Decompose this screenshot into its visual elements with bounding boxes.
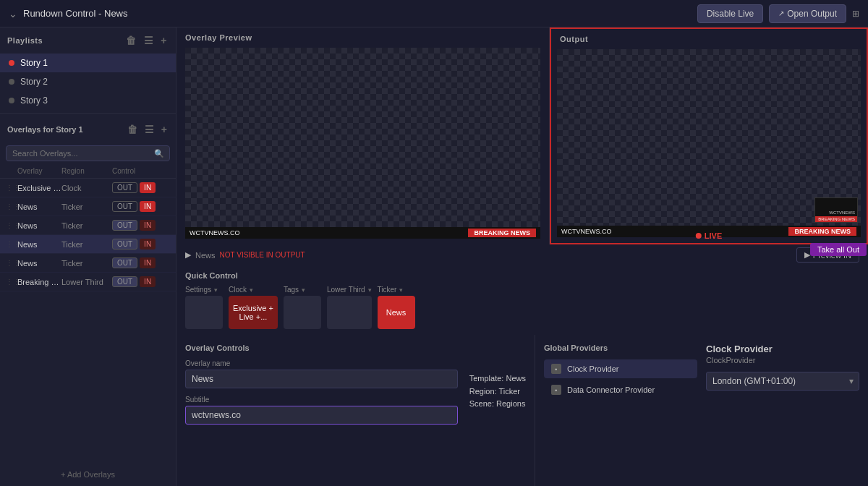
qc-label-row: Lower Third ▾ (327, 286, 372, 294)
quick-control-title: Quick Control (185, 271, 859, 280)
in-button[interactable]: IN (140, 201, 156, 212)
timezone-select[interactable]: London (GMT+01:00)UTCNew York (GMT-04:00… (706, 372, 859, 391)
qc-label-row: Clock ▾ (229, 286, 278, 294)
overlay-name: Exclusive + Live ... (17, 184, 61, 192)
copy-overlay-icon[interactable]: ☰ (143, 122, 156, 137)
output-breaking-news: BREAKING NEWS (788, 227, 856, 236)
playlist-item[interactable]: Story 2 (0, 72, 176, 91)
sidebar: Playlists 🗑 ☰ + Story 1Story 2Story 3 Ov… (0, 27, 176, 486)
drag-handle[interactable]: ⋮⋮ (6, 259, 17, 267)
template-value: News (506, 374, 526, 383)
overlays-label: Overlays for Story 1 (7, 125, 83, 134)
overlay-row[interactable]: ⋮⋮ News Ticker OUT IN (0, 254, 176, 273)
output-panel: Output WCTVNEWS BREAKING NEWS WCTVNEWS.C… (550, 27, 868, 244)
provider-item[interactable]: ▪Data Connector Provider (544, 380, 697, 399)
global-providers-panel: Global Providers ▪Clock Provider▪Data Co… (535, 335, 868, 486)
playlist-item[interactable]: Story 3 (0, 91, 176, 110)
out-button[interactable]: OUT (112, 239, 137, 250)
playlists-label: Playlists (7, 36, 43, 45)
quick-control-group: Settings ▾ (185, 286, 223, 329)
overlay-region: Ticker (61, 221, 112, 230)
playlist-list: Story 1Story 2Story 3 (0, 54, 176, 110)
header-left: ⌄ Rundown Control - News (9, 8, 128, 20)
qc-button[interactable] (284, 296, 321, 329)
in-button-dark[interactable]: IN (140, 257, 156, 268)
qc-button[interactable] (185, 296, 223, 329)
add-playlist-icon[interactable]: + (159, 33, 169, 48)
in-button-dark[interactable]: IN (140, 239, 156, 250)
qc-button[interactable]: News (378, 296, 415, 329)
out-button[interactable]: OUT (112, 201, 137, 212)
in-button-dark[interactable]: IN (140, 220, 156, 231)
overlay-region: Lower Third (61, 278, 112, 286)
region-value: Ticker (499, 387, 521, 396)
out-button[interactable]: OUT (112, 257, 137, 268)
qc-chevron[interactable]: ▾ (214, 286, 218, 294)
add-overlay-icon[interactable]: + (160, 122, 169, 137)
preview-breaking-news: BREAKING NEWS (468, 229, 536, 237)
provider-icon: ▪ (551, 364, 561, 374)
out-button[interactable]: OUT (112, 182, 137, 193)
grid-icon[interactable]: ⊞ (852, 9, 859, 19)
qc-label: Ticker (378, 286, 397, 294)
quick-control-group: Clock ▾ Exclusive +Live +... (229, 286, 278, 329)
drag-handle[interactable]: ⋮⋮ (6, 221, 17, 229)
preview-title: Overlay Preview (176, 27, 549, 48)
overlay-controls-title: Overlay Controls (185, 344, 526, 352)
overlay-control: OUT IN (112, 239, 170, 250)
delete-overlay-icon[interactable]: 🗑 (126, 122, 139, 137)
overlay-name: Breaking News (17, 278, 61, 286)
drag-handle[interactable]: ⋮⋮ (6, 278, 17, 286)
qc-button[interactable] (327, 296, 372, 329)
qc-label: Clock (229, 286, 247, 294)
overlay-row[interactable]: ⋮⋮ News Ticker OUT IN (0, 235, 176, 254)
overlay-name: News (17, 202, 61, 211)
qc-label-row: Tags ▾ (284, 286, 321, 294)
overlay-controls-panel: Overlay Controls Overlay name Subtitle (176, 335, 535, 486)
app-header: ⌄ Rundown Control - News Disable Live ↗ … (0, 0, 868, 27)
overlay-control: OUT IN (112, 257, 170, 268)
scene-label: Scene: (469, 399, 494, 408)
output-title: Output (551, 29, 867, 49)
overlay-control: OUT IN (112, 182, 170, 193)
out-button[interactable]: OUT (112, 276, 137, 287)
search-box: 🔍 (6, 145, 170, 161)
drag-handle[interactable]: ⋮⋮ (6, 240, 17, 248)
delete-playlist-icon[interactable]: 🗑 (124, 33, 138, 48)
story-dot (9, 79, 14, 85)
overlay-row[interactable]: ⋮⋮ News Ticker OUT IN (0, 197, 176, 216)
add-overlays-button[interactable]: + Add Overlays (0, 463, 176, 486)
open-output-button[interactable]: ↗ Open Output (769, 4, 846, 23)
chevron-down-icon[interactable]: ⌄ (9, 8, 17, 20)
qc-chevron[interactable]: ▾ (302, 286, 305, 294)
quick-control-row: Settings ▾ Clock ▾ Exclusive +Live +... … (185, 286, 859, 329)
qc-chevron[interactable]: ▾ (368, 286, 372, 294)
qc-button[interactable]: Exclusive +Live +... (229, 296, 278, 329)
qc-chevron[interactable]: ▾ (399, 286, 403, 294)
disable-live-button[interactable]: Disable Live (697, 4, 763, 23)
live-badge: LIVE (696, 231, 722, 240)
drag-handle[interactable]: ⋮⋮ (6, 202, 17, 210)
qc-chevron[interactable]: ▾ (250, 286, 253, 294)
template-label: Template: (469, 374, 504, 383)
in-button[interactable]: IN (140, 182, 156, 193)
quick-control-group: Tags ▾ (284, 286, 321, 329)
subtitle-input[interactable] (185, 406, 458, 425)
overlay-header-icons: 🗑 ☰ + (126, 122, 169, 137)
search-input[interactable] (6, 145, 170, 161)
providers-items: ▪Clock Provider▪Data Connector Provider (544, 359, 697, 399)
drag-handle[interactable]: ⋮⋮ (6, 184, 17, 192)
provider-item[interactable]: ▪Clock Provider (544, 359, 697, 378)
overlay-row[interactable]: ⋮⋮ Breaking News Lower Third OUT IN (0, 273, 176, 291)
playlist-header-icons: 🗑 ☰ + (124, 33, 169, 48)
copy-playlist-icon[interactable]: ☰ (142, 33, 156, 48)
take-all-out-button[interactable]: Take all Out (810, 243, 867, 256)
overlay-row[interactable]: ⋮⋮ Exclusive + Live ... Clock OUT IN (0, 179, 176, 197)
overlay-name-input[interactable] (185, 370, 458, 388)
overlay-row[interactable]: ⋮⋮ News Ticker OUT IN (0, 216, 176, 235)
playlist-item[interactable]: Story 1 (0, 54, 176, 72)
in-button-dark[interactable]: IN (140, 276, 156, 287)
quick-control-group: Lower Third ▾ (327, 286, 372, 329)
provider-detail-title: Clock Provider (706, 344, 859, 354)
out-button[interactable]: OUT (112, 220, 137, 231)
